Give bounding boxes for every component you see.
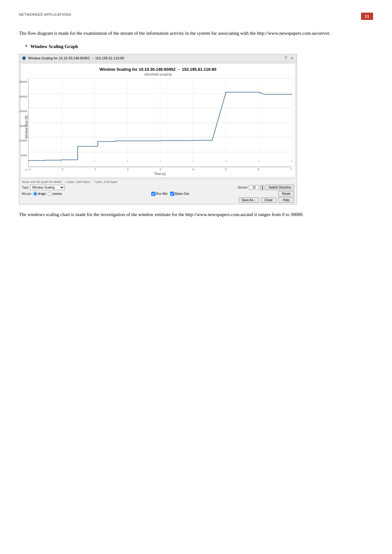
drags-radio-item[interactable]: drags [33, 192, 46, 196]
x-tick-6: 6 [258, 168, 259, 171]
rcv-win-label: Rcv Win [156, 192, 168, 196]
help-btn[interactable]: Help [278, 197, 294, 203]
controls-row1: Type Window Scaling Stream ▲ ▼ Switch Di… [22, 185, 294, 190]
x-tick--1: -1 [28, 168, 31, 171]
type-select[interactable]: Window Scaling [30, 185, 65, 190]
chart-container: Window Size (B) 36000 30000 24000 18000 [24, 79, 292, 176]
close-btn[interactable]: Close [261, 197, 276, 203]
rcv-win-checkbox[interactable] [151, 192, 155, 196]
stream-label: Stream [238, 186, 248, 189]
bullet-label: Window Scaling Graph [30, 44, 78, 49]
titlebar-text: Window Scaling for 10.10.30.146:60452 → … [28, 56, 124, 60]
x-tick-1: 1 [94, 168, 96, 171]
checkbox-group: Rcv Win Bytes Out [151, 192, 189, 196]
spin-down-btn[interactable]: ▼ [261, 188, 264, 190]
x-tick-7: 7 [290, 168, 292, 171]
spin-buttons: ▲ ▼ [260, 185, 264, 190]
titlebar-left: Window Scaling for 10.10.30.146:60452 → … [22, 56, 124, 60]
zooms-label: zooms [52, 192, 62, 196]
page-number: 11 [361, 13, 373, 20]
drags-radio[interactable] [33, 192, 37, 196]
y-tick-12000: 12000 [19, 139, 28, 142]
close-window-btn[interactable]: × [290, 56, 294, 61]
chart-title: Window Scaling for 10.10.30.146:60452 → … [24, 67, 292, 72]
mouse-radio-group: Mouse drags zooms [22, 192, 62, 196]
mouse-label: Mouse [22, 192, 31, 196]
y-tick-30000: 30000 [19, 95, 28, 98]
controls-row2: Mouse drags zooms Rcv Win Bytes Out [22, 191, 294, 196]
y-tick-6000: 6000 [21, 154, 28, 157]
x-tick-5: 5 [225, 168, 226, 171]
bytes-out-checkbox-item[interactable]: Bytes Out [170, 192, 189, 196]
bullet-section: • Window Scaling Graph [25, 43, 373, 49]
question-btn[interactable]: ? [284, 56, 288, 61]
rcv-win-checkbox-item[interactable]: Rcv Win [151, 192, 168, 196]
chart-area: Window Scaling for 10.10.30.146:60452 → … [21, 63, 295, 178]
x-tick-3: 3 [160, 168, 161, 171]
x-tick-0: 0 [62, 168, 63, 171]
chart-svg [28, 79, 292, 167]
stream-input[interactable] [249, 185, 259, 190]
controls-row3: Save As... Close Help [22, 197, 294, 203]
chart-grid: 36000 30000 24000 18000 12000 [28, 79, 292, 167]
bullet-dot: • [25, 43, 27, 49]
body-text-1: The flow diagram is made for the examina… [19, 29, 373, 37]
type-label: Type [22, 186, 29, 189]
section-title: NETWORKED APPLICATIONS [19, 13, 71, 16]
y-tick-18000: 18000 [19, 124, 28, 128]
drags-label: drags [38, 192, 46, 196]
bytes-out-checkbox[interactable] [170, 192, 174, 196]
type-select-container: Type Window Scaling [22, 185, 65, 190]
body-text-2: The windows scaling chart is made for th… [19, 211, 373, 218]
zooms-radio-item[interactable]: zooms [48, 192, 62, 196]
y-tick-24000: 24000 [19, 110, 28, 113]
chart-controls: Hover over the graph for details. → 8 pk… [19, 179, 297, 204]
bytes-out-label: Bytes Out [175, 192, 189, 196]
zooms-radio[interactable] [48, 192, 52, 196]
switch-direction-btn[interactable]: Switch Direction [266, 185, 294, 190]
chart-plot-area: 36000 30000 24000 18000 12000 [28, 79, 292, 176]
hover-info: Hover over the graph for details. → 8 pk… [22, 180, 294, 184]
spin-up-btn[interactable]: ▲ [261, 185, 264, 188]
bullet-item: • Window Scaling Graph [25, 43, 373, 49]
x-tick-4: 4 [192, 168, 194, 171]
y-tick-0: 0 [26, 168, 28, 172]
x-axis: -1 0 1 2 3 4 5 6 7 [28, 167, 292, 171]
titlebar-controls[interactable]: ? × [284, 56, 294, 61]
save-as-btn[interactable]: Save As... [239, 197, 259, 203]
x-tick-2: 2 [127, 168, 129, 171]
wireshark-titlebar: Window Scaling for 10.10.30.146:60452 → … [19, 54, 297, 62]
wireshark-icon [22, 56, 26, 60]
chart-subtitle: wireshark.pcapng [24, 72, 292, 76]
stream-container: Stream ▲ ▼ Switch Direction [238, 185, 294, 190]
wireshark-window: Window Scaling for 10.10.30.146:60452 → … [19, 54, 297, 204]
page-header: NETWORKED APPLICATIONS 11 [19, 13, 373, 20]
reset-btn[interactable]: Reset [278, 191, 294, 196]
y-tick-36000: 36000 [19, 80, 28, 83]
x-axis-label: Time (s) [28, 172, 292, 176]
